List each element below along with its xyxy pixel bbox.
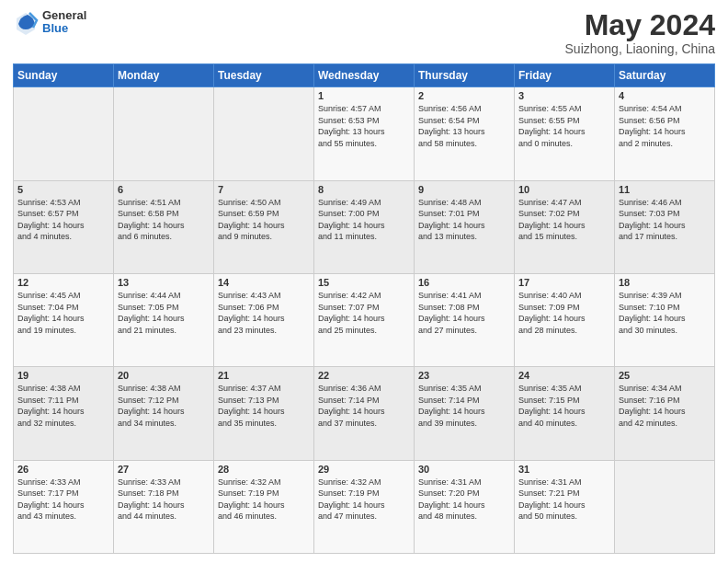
day-number: 14 [218,277,310,288]
day-info: Sunrise: 4:55 AM Sunset: 6:55 PM Dayligh… [518,103,610,149]
day-info: Sunrise: 4:32 AM Sunset: 7:19 PM Dayligh… [218,477,310,523]
day-info: Sunrise: 4:33 AM Sunset: 7:17 PM Dayligh… [17,477,109,523]
day-number: 24 [518,370,610,381]
day-info: Sunrise: 4:45 AM Sunset: 7:04 PM Dayligh… [17,290,109,336]
day-number: 18 [619,277,711,288]
title-block: May 2024 Suizhong, Liaoning, China [565,9,715,56]
day-number: 9 [418,184,510,195]
day-number: 22 [318,370,410,381]
calendar-cell: 24Sunrise: 4:35 AM Sunset: 7:15 PM Dayli… [515,367,615,460]
day-number: 16 [418,277,510,288]
day-number: 25 [619,370,711,381]
logo-general-text: General [42,9,86,22]
day-info: Sunrise: 4:48 AM Sunset: 7:01 PM Dayligh… [418,197,510,243]
day-number: 12 [17,277,109,288]
day-number: 27 [118,464,210,475]
calendar-cell: 1Sunrise: 4:57 AM Sunset: 6:53 PM Daylig… [314,87,415,180]
day-info: Sunrise: 4:54 AM Sunset: 6:56 PM Dayligh… [619,103,711,149]
day-info: Sunrise: 4:37 AM Sunset: 7:13 PM Dayligh… [218,383,310,429]
calendar-week-2: 5Sunrise: 4:53 AM Sunset: 6:57 PM Daylig… [14,180,715,273]
day-number: 3 [518,90,610,101]
calendar-cell: 11Sunrise: 4:46 AM Sunset: 7:03 PM Dayli… [615,180,715,273]
day-number: 15 [318,277,410,288]
day-info: Sunrise: 4:49 AM Sunset: 7:00 PM Dayligh… [318,197,410,243]
calendar-cell: 26Sunrise: 4:33 AM Sunset: 7:17 PM Dayli… [14,460,114,553]
calendar-cell: 7Sunrise: 4:50 AM Sunset: 6:59 PM Daylig… [214,180,314,273]
calendar-cell: 15Sunrise: 4:42 AM Sunset: 7:07 PM Dayli… [314,273,415,366]
calendar-cell: 8Sunrise: 4:49 AM Sunset: 7:00 PM Daylig… [314,180,415,273]
day-info: Sunrise: 4:32 AM Sunset: 7:19 PM Dayligh… [318,477,410,523]
calendar-cell: 17Sunrise: 4:40 AM Sunset: 7:09 PM Dayli… [515,273,615,366]
day-number: 10 [518,184,610,195]
day-info: Sunrise: 4:57 AM Sunset: 6:53 PM Dayligh… [318,103,410,149]
day-number: 7 [218,184,310,195]
day-info: Sunrise: 4:43 AM Sunset: 7:06 PM Dayligh… [218,290,310,336]
calendar-cell: 25Sunrise: 4:34 AM Sunset: 7:16 PM Dayli… [615,367,715,460]
calendar-cell: 6Sunrise: 4:51 AM Sunset: 6:58 PM Daylig… [114,180,214,273]
calendar-cell: 12Sunrise: 4:45 AM Sunset: 7:04 PM Dayli… [14,273,114,366]
calendar-week-5: 26Sunrise: 4:33 AM Sunset: 7:17 PM Dayli… [14,460,715,553]
day-number: 6 [118,184,210,195]
day-info: Sunrise: 4:31 AM Sunset: 7:20 PM Dayligh… [418,477,510,523]
day-info: Sunrise: 4:31 AM Sunset: 7:21 PM Dayligh… [518,477,610,523]
day-info: Sunrise: 4:41 AM Sunset: 7:08 PM Dayligh… [418,290,510,336]
day-number: 5 [17,184,109,195]
day-number: 17 [518,277,610,288]
day-number: 1 [318,90,410,101]
day-info: Sunrise: 4:44 AM Sunset: 7:05 PM Dayligh… [118,290,210,336]
day-info: Sunrise: 4:33 AM Sunset: 7:18 PM Dayligh… [118,477,210,523]
calendar-cell: 16Sunrise: 4:41 AM Sunset: 7:08 PM Dayli… [415,273,515,366]
day-info: Sunrise: 4:56 AM Sunset: 6:54 PM Dayligh… [418,103,510,149]
day-number: 11 [619,184,711,195]
day-number: 23 [418,370,510,381]
day-number: 30 [418,464,510,475]
day-info: Sunrise: 4:35 AM Sunset: 7:15 PM Dayligh… [518,383,610,429]
calendar-cell [615,460,715,553]
calendar-week-4: 19Sunrise: 4:38 AM Sunset: 7:11 PM Dayli… [14,367,715,460]
day-info: Sunrise: 4:36 AM Sunset: 7:14 PM Dayligh… [318,383,410,429]
calendar-cell [114,87,214,180]
calendar-cell: 27Sunrise: 4:33 AM Sunset: 7:18 PM Dayli… [114,460,214,553]
logo-icon [13,9,39,35]
header-wednesday: Wednesday [314,64,415,87]
header-tuesday: Tuesday [214,64,314,87]
calendar-cell: 30Sunrise: 4:31 AM Sunset: 7:20 PM Dayli… [415,460,515,553]
header-sunday: Sunday [14,64,114,87]
day-info: Sunrise: 4:38 AM Sunset: 7:12 PM Dayligh… [118,383,210,429]
logo: General Blue [13,9,86,36]
day-number: 2 [418,90,510,101]
calendar-cell: 21Sunrise: 4:37 AM Sunset: 7:13 PM Dayli… [214,367,314,460]
day-info: Sunrise: 4:35 AM Sunset: 7:14 PM Dayligh… [418,383,510,429]
header-thursday: Thursday [415,64,515,87]
month-title: May 2024 [565,9,715,41]
page: General Blue May 2024 Suizhong, Liaoning… [0,0,728,563]
day-info: Sunrise: 4:42 AM Sunset: 7:07 PM Dayligh… [318,290,410,336]
day-info: Sunrise: 4:50 AM Sunset: 6:59 PM Dayligh… [218,197,310,243]
calendar-cell: 18Sunrise: 4:39 AM Sunset: 7:10 PM Dayli… [615,273,715,366]
location-subtitle: Suizhong, Liaoning, China [565,41,715,56]
calendar-cell: 22Sunrise: 4:36 AM Sunset: 7:14 PM Dayli… [314,367,415,460]
day-info: Sunrise: 4:38 AM Sunset: 7:11 PM Dayligh… [17,383,109,429]
weekday-header-row: Sunday Monday Tuesday Wednesday Thursday… [14,64,715,87]
header-friday: Friday [515,64,615,87]
header: General Blue May 2024 Suizhong, Liaoning… [13,9,715,56]
day-info: Sunrise: 4:34 AM Sunset: 7:16 PM Dayligh… [619,383,711,429]
calendar-cell: 9Sunrise: 4:48 AM Sunset: 7:01 PM Daylig… [415,180,515,273]
day-number: 28 [218,464,310,475]
calendar-cell [214,87,314,180]
logo-blue-text: Blue [42,22,86,35]
day-info: Sunrise: 4:39 AM Sunset: 7:10 PM Dayligh… [619,290,711,336]
day-info: Sunrise: 4:47 AM Sunset: 7:02 PM Dayligh… [518,197,610,243]
day-number: 29 [318,464,410,475]
day-number: 19 [17,370,109,381]
calendar-body: 1Sunrise: 4:57 AM Sunset: 6:53 PM Daylig… [14,87,715,554]
calendar-cell: 14Sunrise: 4:43 AM Sunset: 7:06 PM Dayli… [214,273,314,366]
day-info: Sunrise: 4:51 AM Sunset: 6:58 PM Dayligh… [118,197,210,243]
calendar-cell [14,87,114,180]
calendar-table: Sunday Monday Tuesday Wednesday Thursday… [13,63,715,554]
calendar-cell: 4Sunrise: 4:54 AM Sunset: 6:56 PM Daylig… [615,87,715,180]
header-monday: Monday [114,64,214,87]
logo-text: General Blue [42,9,86,36]
header-saturday: Saturday [615,64,715,87]
calendar-cell: 13Sunrise: 4:44 AM Sunset: 7:05 PM Dayli… [114,273,214,366]
